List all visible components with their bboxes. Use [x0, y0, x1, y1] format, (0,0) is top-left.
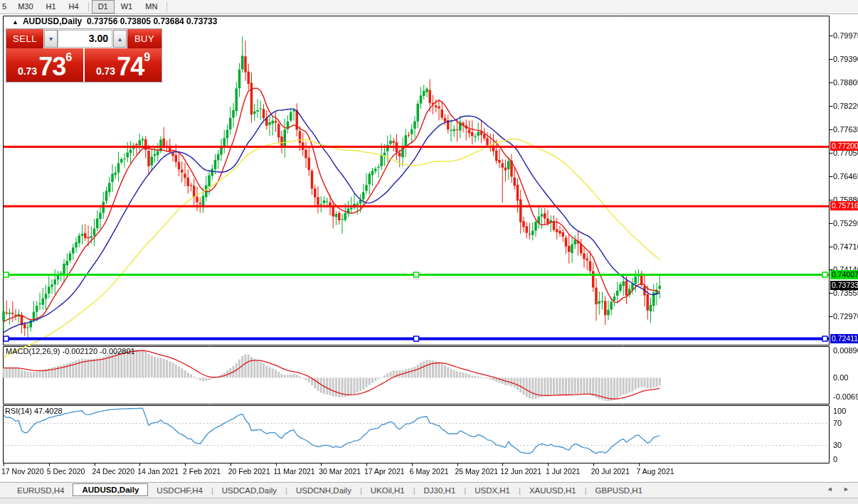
rsi-tick-0: 0	[833, 455, 837, 463]
chevron-up-icon: ▴	[118, 35, 122, 43]
chart-tab-USDCAD-Daily[interactable]: USDCAD,Daily	[213, 485, 285, 496]
date-tick-17-Apr-2021: 17 Apr 2021	[364, 467, 405, 476]
price-tick: 0.78805	[833, 78, 858, 87]
date-tick-20-Feb-2021: 20 Feb 2021	[228, 467, 270, 476]
sell-price-pip: 6	[65, 51, 72, 64]
rsi-tick-70: 70	[833, 419, 842, 427]
sell-button[interactable]: SELL	[6, 29, 43, 48]
chart-tab-USDX-H1[interactable]: USDX,H1	[466, 485, 519, 496]
chart-tab-EURUSD-H4[interactable]: EURUSD,H4	[9, 485, 73, 496]
price-tick: 0.79975	[833, 31, 858, 40]
date-tick-11-Mar-2021: 11 Mar 2021	[274, 467, 315, 476]
rsi-tick-30: 30	[833, 441, 842, 449]
price-tick: 0.78220	[833, 102, 858, 110]
buy-button[interactable]: BUY	[127, 29, 161, 48]
chart-tab-DJ30-H1[interactable]: DJ30,H1	[415, 485, 465, 496]
timeframe-button-H4[interactable]: H4	[63, 0, 85, 14]
timeframe-button-MN[interactable]: MN	[139, 0, 164, 14]
volume-increase-button[interactable]: ▴	[113, 30, 127, 48]
price-tick: 0.75295	[833, 219, 858, 227]
symbol-marker-icon: ▲	[12, 18, 18, 26]
date-tick-2-Feb-2021: 2 Feb 2021	[183, 467, 221, 476]
price-tick: 0.74710	[833, 242, 858, 251]
chart-tab-AUDUSD-Daily[interactable]: AUDUSD,Daily	[73, 483, 148, 496]
price-tick: 0.79390	[833, 55, 858, 63]
chart-tab-USDCHF-H4[interactable]: USDCHF,H4	[148, 485, 211, 496]
chart-ohlc-title: ▲AUDUSD,Daily 0.73756 0.73805 0.73684 0.…	[12, 16, 217, 26]
one-click-trade-panel: SELL ▾ 3.00 ▴ BUY 0.73 73 6 0.73 74 9	[6, 28, 162, 82]
chart-tab-UKOil-H1[interactable]: UKOil,H1	[362, 485, 413, 496]
chart-tab-GBPUSD-H1[interactable]: GBPUSD,H1	[587, 485, 651, 496]
sell-price-button[interactable]: 0.73 73 6	[6, 48, 83, 82]
buy-price-main: 74	[117, 54, 144, 80]
timeframe-button-D1[interactable]: D1	[92, 0, 115, 14]
chart-tab-USDCNH-Daily[interactable]: USDCNH,Daily	[287, 485, 360, 496]
rsi-label: RSI(14) 47.4028	[5, 407, 63, 415]
timeframe-button-M30[interactable]: M30	[11, 0, 39, 14]
buy-price-pip: 9	[144, 51, 150, 64]
date-tick-20-Jul-2021: 20 Jul 2021	[591, 467, 630, 476]
chart-region: ▲AUDUSD,Daily 0.73756 0.73805 0.73684 0.…	[0, 14, 858, 482]
trading-app-window: 5M30H1H4D1W1MN ▲AUDUSD,Daily 0.73756 0.7…	[0, 0, 858, 504]
volume-spinner: ▾ 3.00 ▴	[43, 29, 127, 48]
timeframe-button-H1[interactable]: H1	[40, 0, 63, 14]
date-tick-1-Jul-2021: 1 Jul 2021	[546, 467, 580, 476]
date-tick-30-Mar-2021: 30 Mar 2021	[319, 467, 361, 476]
volume-input[interactable]: 3.00	[58, 30, 112, 48]
macd-label: MACD(12,26,9) -0.002120 -0.002801	[6, 347, 135, 355]
chart-symbol-period: AUDUSD,Daily	[23, 16, 82, 26]
price-tick: 0.77635	[833, 125, 858, 134]
chevron-down-icon: ▾	[49, 35, 53, 43]
date-tick-24-Dec-2020: 24 Dec 2020	[92, 467, 135, 476]
macd-axis-bottom: -0.00697	[833, 392, 858, 401]
chart-canvas[interactable]	[0, 14, 858, 482]
macd-axis-top: 0.008903	[833, 346, 858, 355]
date-tick-14-Jan-2021: 14 Jan 2021	[137, 467, 179, 476]
buy-price-prefix: 0.73	[96, 65, 115, 77]
timeframe-button-W1[interactable]: W1	[115, 0, 139, 14]
chart-tab-XAUUSD-H1[interactable]: XAUUSD,H1	[521, 485, 585, 496]
date-tick-12-Jun-2021: 12 Jun 2021	[500, 467, 541, 476]
toolbar-separator	[166, 2, 167, 12]
price-badge-0.75716: 0.75716	[830, 201, 858, 210]
sell-price-main: 73	[38, 54, 65, 80]
date-tick-25-May-2021: 25 May 2021	[455, 467, 499, 476]
chart-ohlc-values: 0.73756 0.73805 0.73684 0.73733	[87, 16, 218, 26]
date-tick-6-May-2021: 6 May 2021	[410, 467, 449, 476]
sell-price-prefix: 0.73	[18, 65, 37, 77]
price-tick: 0.72970	[833, 312, 858, 321]
price-badge-0.77200: 0.77200	[830, 141, 858, 151]
rsi-tick-100: 100	[833, 407, 846, 415]
macd-axis-zero: 0.00	[833, 373, 848, 382]
bottom-scrollbar-strip[interactable]	[0, 498, 858, 504]
toolbar-separator	[88, 2, 89, 12]
volume-decrease-button[interactable]: ▾	[44, 30, 58, 48]
timeframe-button-5[interactable]: 5	[0, 0, 11, 14]
price-tick: 0.76465	[833, 172, 858, 181]
date-tick-7-Aug-2021: 7 Aug 2021	[637, 467, 674, 476]
buy-price-button[interactable]: 0.73 74 9	[85, 48, 161, 82]
price-badge-0.72411: 0.72411	[830, 334, 858, 343]
price-badge-0.74007: 0.74007	[830, 270, 858, 279]
chart-tab-bar: EURUSD,H4AUDUSD,DailyUSDCHF,H4|USDCAD,Da…	[0, 482, 858, 498]
price-badge-0.73733: 0.73733	[830, 281, 858, 290]
timeframe-toolbar: 5M30H1H4D1W1MN	[0, 0, 858, 14]
tab-scroll-arrows[interactable]: ◄ ►	[827, 486, 854, 493]
date-tick-5-Dec-2020: 5 Dec 2020	[47, 467, 85, 476]
date-tick-17-Nov-2020: 17 Nov 2020	[1, 467, 44, 476]
